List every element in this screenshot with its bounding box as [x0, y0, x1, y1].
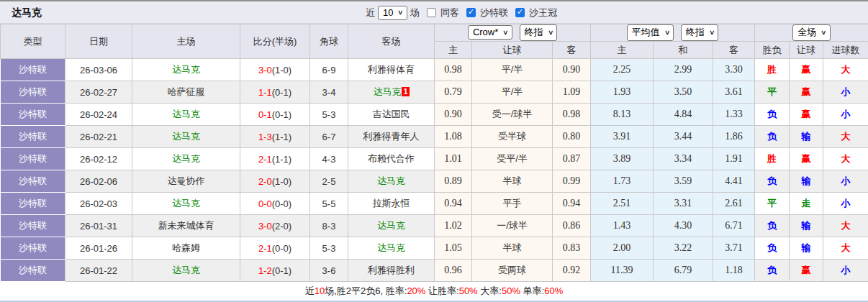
europe-time-select[interactable]: 终指∨	[681, 24, 719, 41]
asia-home-odds-cell: 0.94	[435, 193, 472, 215]
score-cell: 2-0(1-0)	[240, 170, 310, 193]
corner-cell: 6-7	[310, 126, 348, 148]
home-team-cell[interactable]: 达曼协作	[132, 170, 240, 193]
home-team-cell[interactable]: 哈萨征服	[132, 81, 240, 104]
saudi-league-checkbox[interactable]	[466, 8, 476, 17]
recent-count-select[interactable]: 10 ∨	[378, 6, 407, 20]
away-team-cell[interactable]: 利雅得体育	[348, 59, 435, 81]
date-cell: 26-02-27	[65, 81, 132, 104]
winloss-cell: 负	[755, 260, 790, 282]
home-team-cell[interactable]: 达马克	[132, 104, 240, 126]
asia-away-odds-cell: 0.90	[553, 59, 591, 81]
home-team-cell[interactable]: 哈森姆	[132, 237, 240, 260]
home-team-cell[interactable]: 达马克	[132, 59, 240, 81]
handicap-cell: 受平/半	[472, 148, 553, 170]
same-away-label[interactable]: 同客	[440, 6, 459, 19]
euro-away-odds-cell: 1.91	[713, 148, 755, 170]
away-team-cell[interactable]: 达马克	[348, 215, 435, 237]
cover-cell: 赢	[790, 81, 823, 104]
away-team-cell[interactable]: 利雅得胜利	[348, 260, 435, 282]
euro-draw-odds-cell: 3.34	[654, 148, 713, 170]
subheader-goals: 进球数	[823, 42, 868, 59]
away-team-cell[interactable]: 达马克	[348, 170, 435, 193]
away-team-cell[interactable]: 达马克1	[348, 81, 435, 104]
matches-table: 类型 日期 主场 比分(半场) 角球 客场 Crow*∨ 终指∨ 平均值∨ 终指…	[0, 24, 868, 282]
asia-away-odds-cell: 0.83	[553, 237, 591, 260]
subheader-handicap: 让球	[472, 42, 553, 59]
goals-cell: 小	[823, 104, 868, 126]
euro-draw-odds-cell: 2.99	[654, 59, 713, 81]
date-cell: 26-03-06	[65, 59, 132, 81]
home-team-cell[interactable]: 达马克	[132, 148, 240, 170]
col-header-home: 主场	[132, 24, 240, 59]
chevron-down-icon: ∨	[548, 29, 554, 36]
subheader-euro-draw: 和	[654, 42, 713, 59]
home-team-cell[interactable]: 达马克	[132, 193, 240, 215]
match-history-panel: 达马克 近 10 ∨ 场 同客 沙特联 沙王冠 类型	[0, 0, 868, 302]
footer-stat-value: 20%	[407, 285, 425, 296]
chevron-down-icon: ∨	[820, 29, 827, 36]
asia-home-odds-cell: 0.98	[435, 59, 472, 81]
asia-away-odds-cell: 0.94	[553, 193, 591, 215]
result-scope-selects: 全场∨	[755, 24, 868, 42]
league-type-cell: 沙特联	[1, 193, 65, 215]
euro-home-odds-cell: 1.43	[591, 215, 654, 237]
kings-cup-checkbox[interactable]	[515, 8, 525, 17]
date-cell: 26-01-22	[65, 260, 132, 282]
handicap-cell: 半球	[472, 170, 553, 193]
euro-home-odds-cell: 2.25	[591, 59, 654, 81]
corner-cell: 3-6	[310, 260, 348, 282]
away-team-cell[interactable]: 利雅得青年人	[348, 126, 435, 148]
goals-cell: 大	[823, 148, 868, 170]
home-team-cell[interactable]: 新未来城体育	[132, 215, 240, 237]
asia-odds-selects: Crow*∨ 终指∨	[435, 24, 591, 42]
score-cell: 0-1(0-1)	[240, 104, 310, 126]
away-team-cell[interactable]: 布赖代合作	[348, 148, 435, 170]
asia-home-odds-cell: 0.79	[435, 81, 472, 104]
odds-time-select[interactable]: 终指∨	[520, 24, 558, 41]
europe-average-select[interactable]: 平均值∨	[627, 24, 674, 41]
full-match-select[interactable]: 全场∨	[792, 24, 831, 41]
same-away-checkbox[interactable]	[427, 8, 436, 17]
euro-home-odds-cell: 3.89	[591, 148, 654, 170]
score-cell: 1-2(0-1)	[240, 260, 310, 282]
home-team-cell[interactable]: 达马克	[132, 126, 240, 148]
euro-home-odds-cell: 2.00	[591, 237, 654, 260]
league-type-cell: 沙特联	[1, 215, 65, 237]
goals-cell: 小	[823, 193, 868, 215]
date-cell: 26-01-31	[65, 215, 132, 237]
league-type-cell: 沙特联	[1, 81, 65, 104]
asia-away-odds-cell: 0.92	[553, 260, 591, 282]
europe-odds-selects: 平均值∨ 终指∨	[591, 24, 755, 42]
euro-away-odds-cell: 1.86	[713, 126, 755, 148]
asia-away-odds-cell: 0.86	[553, 215, 591, 237]
asia-away-odds-cell: 1.09	[553, 81, 591, 104]
away-team-cell[interactable]: 达马克	[348, 237, 435, 260]
euro-home-odds-cell: 11.39	[591, 260, 654, 282]
winloss-cell: 负	[755, 170, 790, 193]
winloss-cell: 负	[755, 237, 790, 260]
saudi-league-label[interactable]: 沙特联	[480, 6, 508, 19]
kings-cup-label[interactable]: 沙王冠	[529, 6, 557, 19]
footer-stat-label: 场,胜2平2负6, 胜率:	[325, 285, 407, 296]
score-cell: 0-0(0-0)	[240, 193, 310, 215]
asia-home-odds-cell: 1.02	[435, 215, 472, 237]
subheader-euro-home: 主	[591, 42, 654, 59]
table-row: 沙特联 26-02-06 达曼协作 2-0(1-0) 2-5 达马克 0.89 …	[1, 170, 868, 193]
winloss-cell: 平	[755, 193, 790, 215]
col-header-away: 客场	[348, 24, 435, 59]
corner-cell: 6-9	[310, 59, 348, 81]
away-team-cell[interactable]: 拉斯永恒	[348, 193, 435, 215]
winloss-cell: 负	[755, 104, 790, 126]
odds-company-select[interactable]: Crow*∨	[468, 25, 512, 40]
date-cell: 26-02-21	[65, 126, 132, 148]
euro-draw-odds-cell: 3.50	[654, 81, 713, 104]
home-team-cell[interactable]: 达马克	[132, 260, 240, 282]
away-team-cell[interactable]: 吉达国民	[348, 104, 435, 126]
asia-away-odds-cell: 0.98	[553, 104, 591, 126]
euro-home-odds-cell: 8.13	[591, 104, 654, 126]
table-row: 沙特联 26-02-21 达马克 1-3(1-1) 6-7 利雅得青年人 1.0…	[1, 126, 868, 148]
cover-cell: 赢	[790, 260, 823, 282]
euro-draw-odds-cell: 3.22	[654, 237, 713, 260]
asia-home-odds-cell: 0.96	[435, 260, 472, 282]
